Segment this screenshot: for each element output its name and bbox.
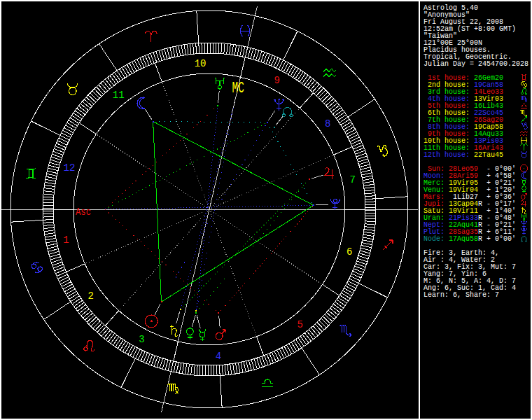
svg-text:+ 0°00': + 0°00' bbox=[486, 235, 516, 243]
svg-text:11: 11 bbox=[113, 90, 125, 101]
svg-text:R: R bbox=[478, 200, 482, 208]
svg-text:12: 12 bbox=[63, 162, 75, 174]
svg-text:1: 1 bbox=[63, 234, 69, 246]
svg-text:6: 6 bbox=[346, 246, 352, 258]
svg-text:Asc: Asc bbox=[76, 206, 91, 218]
svg-text:17Aqu58: 17Aqu58 bbox=[449, 235, 478, 243]
svg-text:8: 8 bbox=[325, 118, 330, 130]
svg-text:2: 2 bbox=[88, 290, 94, 302]
svg-text:12th house:: 12th house: bbox=[424, 151, 470, 159]
svg-text:5: 5 bbox=[298, 319, 303, 330]
svg-text:4: 4 bbox=[216, 351, 221, 362]
svg-text:Node:: Node: bbox=[424, 235, 444, 243]
svg-text:22Tau45: 22Tau45 bbox=[474, 151, 503, 159]
svg-text:MC: MC bbox=[232, 79, 244, 97]
svg-text:Julian Day = 2454700.2028: Julian Day = 2454700.2028 bbox=[424, 60, 528, 68]
svg-text:10: 10 bbox=[195, 58, 206, 69]
svg-text:9: 9 bbox=[274, 75, 279, 86]
svg-text:3: 3 bbox=[139, 334, 144, 345]
svg-text:R: R bbox=[478, 235, 482, 243]
svg-text:7: 7 bbox=[349, 174, 355, 186]
svg-text:Learn: 6, Share: 7: Learn: 6, Share: 7 bbox=[424, 291, 499, 299]
